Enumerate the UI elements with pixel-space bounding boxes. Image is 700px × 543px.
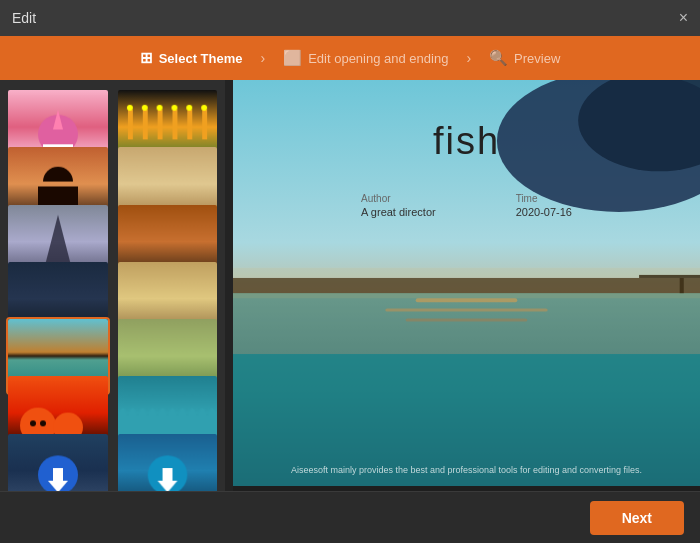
edit-opening-icon: ⬜ — [283, 49, 302, 67]
preview-text-overlay: fish Author A great director Time 2020-0… — [233, 80, 700, 491]
preview-footer: Aiseesoft mainly provides the best and p… — [233, 465, 700, 475]
select-theme-icon: ⊞ — [140, 49, 153, 67]
step-edit-opening[interactable]: ⬜ Edit opening and ending — [269, 49, 462, 67]
thumbnail-item-14[interactable] — [116, 432, 220, 491]
bottom-bar: Next — [0, 491, 700, 543]
thumbnail-canvas-13 — [8, 434, 108, 491]
preview-slide-title: fish — [433, 120, 500, 163]
title-bar: Edit × — [0, 0, 700, 36]
step-arrow-1: › — [257, 50, 270, 66]
step-select-theme-label: Select Theme — [159, 51, 243, 66]
author-label: Author — [361, 193, 390, 204]
step-preview[interactable]: 🔍 Preview — [475, 49, 574, 67]
sidebar-divider — [225, 80, 233, 491]
time-label: Time — [516, 193, 538, 204]
step-bar: ⊞ Select Theme › ⬜ Edit opening and endi… — [0, 36, 700, 80]
step-preview-label: Preview — [514, 51, 560, 66]
preview-slide: fish Author A great director Time 2020-0… — [233, 80, 700, 491]
author-value: A great director — [361, 206, 436, 218]
next-button[interactable]: Next — [590, 501, 684, 535]
time-value: 2020-07-16 — [516, 206, 572, 218]
step-arrow-2: › — [462, 50, 475, 66]
preview-area: fish Author A great director Time 2020-0… — [233, 80, 700, 491]
preview-time-block: Time 2020-07-16 — [516, 193, 572, 218]
preview-author-block: Author A great director — [361, 193, 436, 218]
step-select-theme[interactable]: ⊞ Select Theme — [126, 49, 257, 67]
preview-icon: 🔍 — [489, 49, 508, 67]
close-button[interactable]: × — [679, 10, 688, 26]
thumbnail-sidebar — [0, 80, 225, 491]
thumbnail-canvas-14 — [118, 434, 218, 491]
thumbnail-item-13[interactable] — [6, 432, 110, 491]
preview-meta: Author A great director Time 2020-07-16 — [361, 193, 572, 218]
main-content: fish Author A great director Time 2020-0… — [0, 80, 700, 491]
window-title: Edit — [12, 10, 36, 26]
step-edit-opening-label: Edit opening and ending — [308, 51, 448, 66]
